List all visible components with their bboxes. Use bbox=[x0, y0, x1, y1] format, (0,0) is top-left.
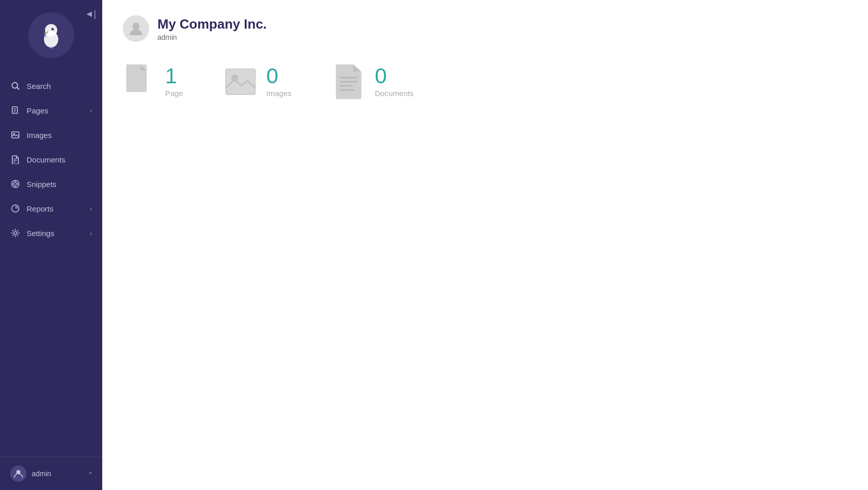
sidebar-item-label: Snippets bbox=[27, 180, 56, 189]
sidebar-item-search[interactable]: Search bbox=[0, 74, 102, 98]
sidebar-item-label: Settings bbox=[27, 229, 54, 238]
main-content: My Company Inc. admin 1 Page bbox=[102, 0, 868, 490]
sidebar-collapse-button[interactable]: ◄| bbox=[85, 9, 97, 18]
chevron-right-icon: › bbox=[90, 205, 92, 213]
reports-icon bbox=[10, 203, 20, 214]
sidebar-item-reports[interactable]: Reports › bbox=[0, 196, 102, 221]
stat-image-icon bbox=[224, 62, 257, 101]
sidebar-item-documents[interactable]: Documents bbox=[0, 147, 102, 172]
documents-icon bbox=[10, 154, 20, 165]
svg-line-5 bbox=[17, 88, 19, 90]
stat-info-images: 0 Images bbox=[266, 65, 291, 98]
sidebar-footer[interactable]: admin ^ bbox=[0, 457, 102, 490]
stat-item-images: 0 Images bbox=[224, 62, 291, 101]
svg-point-4 bbox=[12, 83, 18, 88]
stat-count-pages: 1 bbox=[165, 65, 183, 87]
svg-point-3 bbox=[53, 28, 54, 29]
snippets-icon bbox=[10, 179, 20, 189]
sidebar-item-snippets[interactable]: Snippets bbox=[0, 172, 102, 196]
svg-point-22 bbox=[14, 231, 17, 235]
company-avatar bbox=[123, 15, 149, 42]
company-header: My Company Inc. admin bbox=[123, 15, 848, 42]
footer-username: admin bbox=[32, 470, 84, 478]
images-icon bbox=[10, 130, 20, 140]
svg-point-24 bbox=[132, 22, 140, 30]
svg-point-2 bbox=[52, 28, 54, 31]
stat-info-pages: 1 Page bbox=[165, 65, 183, 98]
stat-item-pages: 1 Page bbox=[123, 62, 183, 101]
brand-bird-icon bbox=[36, 20, 66, 51]
stat-label-pages: Page bbox=[165, 89, 183, 98]
stats-row: 1 Page 0 Images bbox=[123, 62, 848, 101]
sidebar-item-label: Reports bbox=[27, 204, 54, 213]
footer-chevron-icon: ^ bbox=[89, 470, 92, 478]
company-info: My Company Inc. admin bbox=[157, 16, 267, 41]
stat-page-icon bbox=[123, 62, 156, 101]
stat-count-documents: 0 bbox=[375, 65, 414, 87]
sidebar-nav: Search Pages › bbox=[0, 68, 102, 457]
sidebar-item-label: Images bbox=[27, 131, 52, 139]
footer-avatar bbox=[10, 465, 27, 482]
settings-icon bbox=[10, 228, 20, 238]
sidebar-item-label: Search bbox=[27, 82, 51, 90]
chevron-right-icon: › bbox=[90, 229, 92, 237]
stat-info-documents: 0 Documents bbox=[375, 65, 414, 98]
svg-point-16 bbox=[14, 182, 17, 185]
pages-icon bbox=[10, 105, 20, 115]
sidebar-item-label: Pages bbox=[27, 106, 49, 115]
sidebar-item-images[interactable]: Images bbox=[0, 123, 102, 147]
stat-count-images: 0 bbox=[266, 65, 291, 87]
sidebar-item-settings[interactable]: Settings › bbox=[0, 221, 102, 245]
svg-point-1 bbox=[45, 24, 57, 36]
stat-item-documents: 0 Documents bbox=[332, 62, 414, 101]
brand-avatar bbox=[28, 12, 74, 58]
sidebar: ◄| bbox=[0, 0, 102, 490]
company-role: admin bbox=[157, 33, 267, 41]
stat-label-documents: Documents bbox=[375, 89, 414, 98]
stat-label-images: Images bbox=[266, 89, 291, 98]
sidebar-item-pages[interactable]: Pages › bbox=[0, 98, 102, 123]
search-icon bbox=[10, 81, 20, 91]
stat-document-icon bbox=[332, 62, 366, 101]
company-name: My Company Inc. bbox=[157, 16, 267, 32]
svg-rect-10 bbox=[12, 132, 19, 138]
svg-rect-26 bbox=[226, 69, 255, 95]
chevron-right-icon: › bbox=[90, 107, 92, 114]
sidebar-item-label: Documents bbox=[27, 155, 65, 164]
